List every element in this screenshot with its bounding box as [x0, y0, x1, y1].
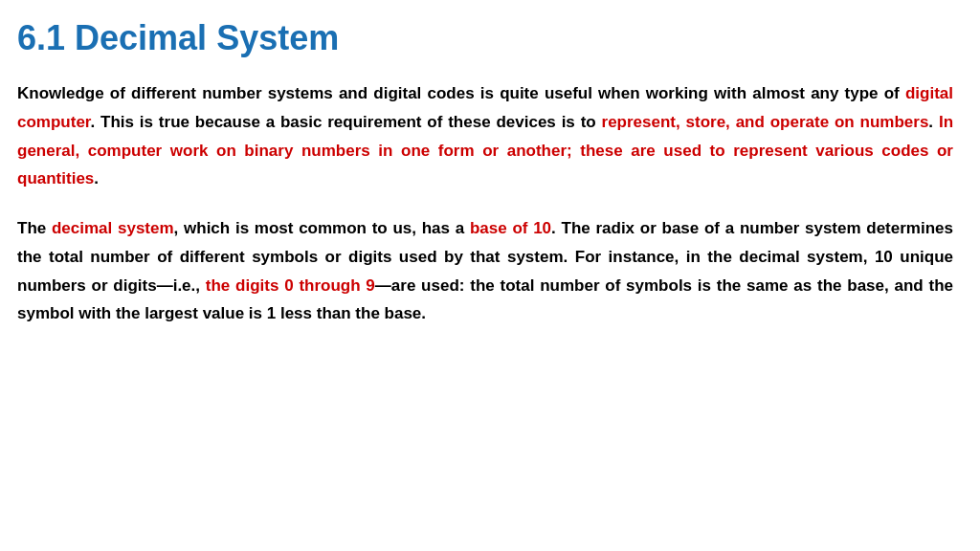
para1-text4: . [94, 169, 99, 187]
paragraph-1: Knowledge of different number systems an… [17, 79, 953, 193]
content-area: Knowledge of different number systems an… [17, 79, 953, 328]
page-title: 6.1 Decimal System [17, 17, 953, 58]
para1-text2: . This is true because a basic requireme… [91, 113, 602, 131]
para2-highlight1: decimal system [52, 219, 174, 237]
para2-highlight2: base of 10 [470, 219, 551, 237]
paragraph-2: The decimal system, which is most common… [17, 214, 953, 328]
para2-highlight3: the digits 0 through 9 [206, 276, 375, 295]
para1-text3: . [928, 113, 939, 131]
para1-highlight2: represent, store, and operate on numbers [602, 113, 929, 131]
para1-text1: Knowledge of different number systems an… [17, 84, 905, 102]
para2-text2: , which is most common to us, has a [174, 219, 470, 237]
para2-text1: The [17, 219, 52, 237]
